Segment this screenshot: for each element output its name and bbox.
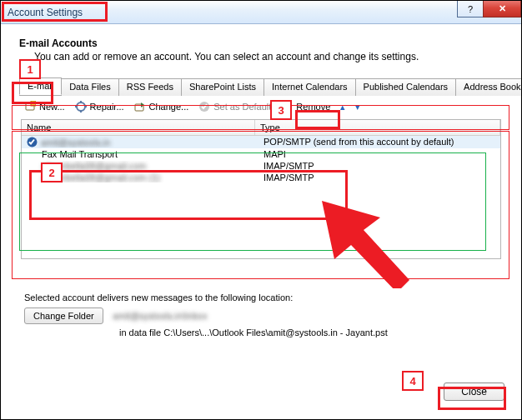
accounts-list: Name Type amit@systools.in POP/SMTP (sen… [21, 119, 501, 259]
row-name: Fax Mail Transport [42, 149, 118, 159]
row-name: alisonbella08@gmail.com [42, 161, 147, 171]
svg-rect-1 [31, 101, 36, 106]
change-icon [134, 101, 146, 112]
tab-address-books[interactable]: Address Books [455, 78, 522, 96]
title-bar: Account Settings ? ✕ [1, 1, 521, 24]
list-row[interactable]: alisonbella08@gmail.com IMAP/SMTP [22, 160, 500, 172]
col-name[interactable]: Name [22, 120, 255, 135]
row-name: alisonbella08@gmail.com (1) [42, 172, 160, 182]
account-toolbar: New... Repair... Change... Set as Defaul… [13, 96, 509, 118]
repair-icon [75, 101, 87, 112]
remove-label: Remove [296, 102, 330, 112]
tab-sharepoint-lists[interactable]: SharePoint Lists [181, 78, 264, 96]
new-icon [24, 101, 36, 112]
change-folder-button[interactable]: Change Folder [24, 308, 103, 324]
window-close-button[interactable]: ✕ [483, 1, 521, 18]
tab-published-calendars[interactable]: Published Calendars [355, 78, 457, 96]
section-subtext: You can add or remove an account. You ca… [34, 51, 509, 62]
svg-rect-3 [80, 101, 82, 103]
list-header: Name Type [22, 120, 500, 136]
remove-account-button[interactable]: Remove [281, 101, 330, 112]
tab-rss-feeds[interactable]: RSS Feeds [118, 78, 182, 96]
col-type[interactable]: Type [255, 120, 500, 135]
move-up-button[interactable]: ▴ [340, 102, 345, 112]
default-account-icon [27, 137, 38, 148]
tab-email[interactable]: E-mail [19, 78, 62, 95]
row-type: MAPI [262, 149, 500, 159]
new-label: New... [39, 102, 65, 112]
new-account-button[interactable]: New... [24, 101, 65, 112]
default-icon [198, 101, 210, 112]
move-down-button[interactable]: ▾ [355, 102, 360, 112]
row-name: amit@systools.in [41, 138, 110, 148]
svg-point-2 [77, 102, 85, 111]
repair-label: Repair... [90, 102, 124, 112]
tab-internet-calendars[interactable]: Internet Calendars [264, 78, 356, 96]
delivery-datafile: in data file C:\Users\...\Outlook Files\… [119, 328, 509, 338]
dialog-body: E-mail Accounts You can add or remove an… [1, 24, 521, 346]
list-row[interactable]: amit@systools.in POP/SMTP (send from thi… [22, 136, 500, 148]
tab-strip: E-mail Data Files RSS Feeds SharePoint L… [19, 78, 509, 96]
help-button[interactable]: ? [457, 1, 484, 18]
svg-rect-6 [84, 106, 87, 108]
svg-rect-4 [80, 110, 82, 112]
close-button[interactable]: Close [444, 382, 504, 401]
svg-rect-5 [75, 106, 78, 108]
change-label: Change... [149, 102, 189, 112]
tab-data-files[interactable]: Data Files [61, 78, 119, 96]
row-type: IMAP/SMTP [262, 161, 500, 171]
annotation-number-4: 4 [402, 371, 424, 391]
section-heading: E-mail Accounts [19, 38, 509, 49]
delivery-location-label: Selected account delivers new messages t… [24, 292, 509, 302]
list-row[interactable]: alisonbella08@gmail.com (1) IMAP/SMTP [22, 172, 500, 183]
default-label: Set as Default [213, 102, 271, 112]
change-account-button[interactable]: Change... [134, 101, 189, 112]
row-type: IMAP/SMTP [262, 172, 500, 182]
repair-account-button[interactable]: Repair... [75, 101, 124, 112]
remove-icon [281, 101, 293, 112]
row-type: POP/SMTP (send from this account by defa… [262, 137, 500, 148]
list-row[interactable]: Fax Mail Transport MAPI [22, 148, 500, 160]
delivery-folder: amit@systools.in\Inbox [113, 311, 207, 321]
window-title: Account Settings [8, 7, 83, 18]
set-default-button: Set as Default [198, 101, 271, 112]
